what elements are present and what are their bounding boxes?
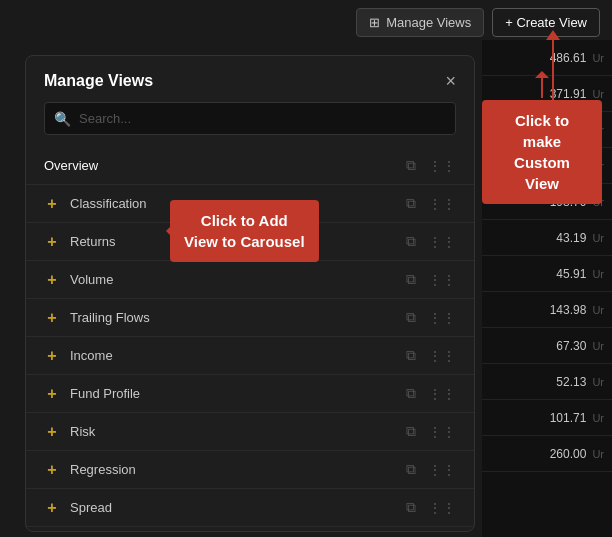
bg-row-tag: Ur <box>592 376 604 388</box>
view-item-label: Regression <box>70 462 136 477</box>
drag-handle-icon[interactable]: ⋮⋮ <box>424 498 460 518</box>
modal-title: Manage Views <box>44 72 153 90</box>
view-item-label: Risk <box>70 424 95 439</box>
bg-row-value: 143.98 <box>550 303 587 317</box>
view-item-left: +Spread <box>44 499 402 517</box>
view-item[interactable]: +Regression⧉⋮⋮ <box>26 451 474 489</box>
drag-handle-icon[interactable]: ⋮⋮ <box>424 346 460 366</box>
view-item-left: Overview <box>44 158 402 173</box>
bg-data-row: 45.91Ur <box>482 256 612 292</box>
search-icon: 🔍 <box>54 111 71 127</box>
bg-data-row: 143.98Ur <box>482 292 612 328</box>
bg-row-tag: Ur <box>592 304 604 316</box>
view-item[interactable]: +Spread⧉⋮⋮ <box>26 489 474 527</box>
copy-view-icon[interactable]: ⧉ <box>402 421 420 442</box>
add-to-carousel-icon[interactable]: + <box>44 233 60 251</box>
copy-view-icon[interactable]: ⧉ <box>402 345 420 366</box>
drag-handle-icon[interactable]: ⋮⋮ <box>424 308 460 328</box>
bg-row-value: 45.91 <box>556 267 586 281</box>
view-item-left: +Regression <box>44 461 402 479</box>
view-item-left: +Risk <box>44 423 402 441</box>
view-item-actions: ⧉⋮⋮ <box>402 459 460 480</box>
view-item-actions: ⧉⋮⋮ <box>402 155 460 176</box>
tooltip-custom-view: Click to makeCustom View <box>482 100 602 204</box>
view-item-label: Volume <box>70 272 113 287</box>
drag-handle-icon[interactable]: ⋮⋮ <box>424 194 460 214</box>
add-to-carousel-icon[interactable]: + <box>44 385 60 403</box>
view-item-actions: ⧉⋮⋮ <box>402 193 460 214</box>
view-item[interactable]: Overview⧉⋮⋮ <box>26 147 474 185</box>
view-item-left: +Volume <box>44 271 402 289</box>
view-item-label: Income <box>70 348 113 363</box>
bg-data-row: 101.71Ur <box>482 400 612 436</box>
search-input[interactable] <box>44 102 456 135</box>
drag-handle-icon[interactable]: ⋮⋮ <box>424 460 460 480</box>
view-item-left: +Trailing Flows <box>44 309 402 327</box>
add-to-carousel-icon[interactable]: + <box>44 423 60 441</box>
view-item-left: +Fund Profile <box>44 385 402 403</box>
copy-view-icon[interactable]: ⧉ <box>402 193 420 214</box>
view-item-label: Overview <box>44 158 98 173</box>
view-item-label: Trailing Flows <box>70 310 150 325</box>
manage-views-button[interactable]: ⊞ Manage Views <box>356 8 484 37</box>
copy-view-icon[interactable]: ⧉ <box>402 231 420 252</box>
bg-row-tag: Ur <box>592 340 604 352</box>
view-item[interactable]: +Trailing Flows⧉⋮⋮ <box>26 299 474 337</box>
manage-views-modal: Manage Views × 🔍 Overview⧉⋮⋮+Classificat… <box>25 55 475 532</box>
bg-row-value: 101.71 <box>550 411 587 425</box>
view-item[interactable]: +Risk⧉⋮⋮ <box>26 413 474 451</box>
drag-handle-icon[interactable]: ⋮⋮ <box>424 232 460 252</box>
modal-close-button[interactable]: × <box>445 72 456 90</box>
bg-data-row: 260.00Ur <box>482 436 612 472</box>
view-item[interactable]: +Volume⧉⋮⋮ <box>26 261 474 299</box>
add-to-carousel-icon[interactable]: + <box>44 347 60 365</box>
view-item-label: Classification <box>70 196 147 211</box>
view-item[interactable]: +Income⧉⋮⋮ <box>26 337 474 375</box>
view-item-actions: ⧉⋮⋮ <box>402 231 460 252</box>
view-item[interactable]: +Fund Profile⧉⋮⋮ <box>26 375 474 413</box>
bg-data-row: 52.13Ur <box>482 364 612 400</box>
bg-row-tag: Ur <box>592 88 604 100</box>
copy-view-icon[interactable]: ⧉ <box>402 497 420 518</box>
view-item-actions: ⧉⋮⋮ <box>402 383 460 404</box>
view-item-actions: ⧉⋮⋮ <box>402 421 460 442</box>
add-to-carousel-icon[interactable]: + <box>44 461 60 479</box>
search-container: 🔍 <box>44 102 456 135</box>
view-item-left: +Income <box>44 347 402 365</box>
copy-view-icon[interactable]: ⧉ <box>402 155 420 176</box>
copy-view-icon[interactable]: ⧉ <box>402 307 420 328</box>
bg-row-value: 371.91 <box>550 87 587 101</box>
tooltip-custom-text: Click to makeCustom View <box>514 112 570 192</box>
bg-row-value: 52.13 <box>556 375 586 389</box>
bg-row-tag: Ur <box>592 52 604 64</box>
create-view-label: + Create View <box>505 15 587 30</box>
copy-view-icon[interactable]: ⧉ <box>402 459 420 480</box>
views-icon: ⊞ <box>369 15 380 30</box>
add-to-carousel-icon[interactable]: + <box>44 309 60 327</box>
bg-row-tag: Ur <box>592 448 604 460</box>
view-item-label: Fund Profile <box>70 386 140 401</box>
drag-handle-icon[interactable]: ⋮⋮ <box>424 270 460 290</box>
drag-handle-icon[interactable]: ⋮⋮ <box>424 422 460 442</box>
drag-handle-icon[interactable]: ⋮⋮ <box>424 384 460 404</box>
add-to-carousel-icon[interactable]: + <box>44 499 60 517</box>
copy-view-icon[interactable]: ⧉ <box>402 383 420 404</box>
bg-row-value: 43.19 <box>556 231 586 245</box>
tooltip-carousel-text: Click to AddView to Carousel <box>184 212 305 250</box>
bg-row-value: 486.61 <box>550 51 587 65</box>
tooltip-carousel: Click to AddView to Carousel <box>170 200 319 262</box>
bg-row-tag: Ur <box>592 268 604 280</box>
add-to-carousel-icon[interactable]: + <box>44 195 60 213</box>
top-bar: ⊞ Manage Views + Create View <box>344 0 612 45</box>
bg-row-tag: Ur <box>592 232 604 244</box>
bg-data-row: 67.30Ur <box>482 328 612 364</box>
drag-handle-icon[interactable]: ⋮⋮ <box>424 156 460 176</box>
add-to-carousel-icon[interactable]: + <box>44 271 60 289</box>
view-item-actions: ⧉⋮⋮ <box>402 345 460 366</box>
view-item-actions: ⧉⋮⋮ <box>402 497 460 518</box>
bg-row-value: 67.30 <box>556 339 586 353</box>
copy-view-icon[interactable]: ⧉ <box>402 269 420 290</box>
bg-row-tag: Ur <box>592 412 604 424</box>
manage-views-label: Manage Views <box>386 15 471 30</box>
view-item-actions: ⧉⋮⋮ <box>402 269 460 290</box>
